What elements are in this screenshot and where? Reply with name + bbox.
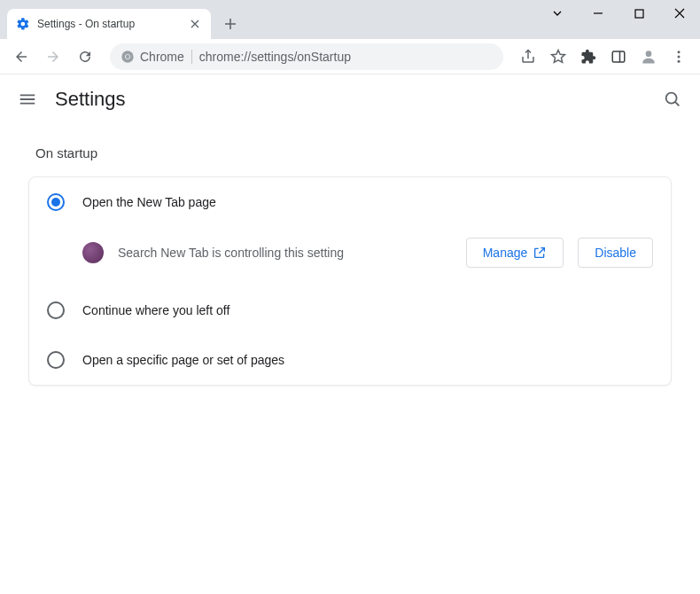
option-label: Continue where you left off <box>82 303 229 317</box>
address-separator <box>191 50 192 64</box>
address-bar[interactable]: Chrome chrome://settings/onStartup <box>110 43 503 70</box>
open-external-icon <box>533 246 547 260</box>
new-tab-button[interactable] <box>218 12 243 36</box>
extensions-icon[interactable] <box>574 43 603 71</box>
startup-options-card: Open the New Tab page Search New Tab is … <box>28 176 672 386</box>
browser-toolbar: Chrome chrome://settings/onStartup <box>0 39 700 74</box>
extension-icon <box>82 242 104 263</box>
share-icon[interactable] <box>514 43 542 71</box>
option-specific-pages[interactable]: Open a specific page or set of pages <box>29 335 671 385</box>
profile-avatar-icon[interactable] <box>634 43 663 71</box>
site-info-chip[interactable]: Chrome <box>121 50 184 64</box>
svg-point-5 <box>646 51 652 57</box>
option-new-tab[interactable]: Open the New Tab page <box>29 177 671 227</box>
settings-gear-icon <box>16 17 30 31</box>
settings-content: On startup Open the New Tab page Search … <box>0 124 700 407</box>
svg-point-3 <box>126 54 129 58</box>
back-button[interactable] <box>7 43 35 71</box>
window-controls <box>537 0 700 27</box>
svg-point-7 <box>678 55 681 58</box>
reload-button[interactable] <box>71 43 99 71</box>
browser-tab[interactable]: Settings - On startup <box>7 9 211 39</box>
radio-new-tab[interactable] <box>47 193 65 211</box>
radio-specific[interactable] <box>47 351 65 369</box>
option-continue[interactable]: Continue where you left off <box>29 285 671 335</box>
manage-button[interactable]: Manage <box>466 238 564 268</box>
radio-continue[interactable] <box>47 301 65 319</box>
address-url: chrome://settings/onStartup <box>199 50 351 64</box>
svg-rect-4 <box>612 51 625 62</box>
site-chip-label: Chrome <box>140 50 184 64</box>
close-window-button[interactable] <box>659 0 700 27</box>
maximize-button[interactable] <box>618 0 659 27</box>
hamburger-menu-icon[interactable] <box>18 90 37 109</box>
page-title: Settings <box>55 88 126 111</box>
svg-point-6 <box>678 51 681 53</box>
search-icon[interactable] <box>663 90 682 109</box>
svg-point-9 <box>666 92 677 103</box>
chrome-logo-icon <box>121 50 135 64</box>
titlebar: Settings - On startup <box>0 0 700 39</box>
chevron-down-icon[interactable] <box>537 0 578 27</box>
settings-header: Settings <box>0 74 700 124</box>
svg-point-8 <box>678 59 681 62</box>
disable-button-label: Disable <box>595 246 636 260</box>
extension-control-notice: Search New Tab is controlling this setti… <box>29 227 671 285</box>
option-label: Open the New Tab page <box>82 195 216 209</box>
option-label: Open a specific page or set of pages <box>82 353 284 367</box>
section-title: On startup <box>35 145 672 160</box>
tab-title: Settings - On startup <box>37 18 181 30</box>
side-panel-icon[interactable] <box>604 43 633 71</box>
disable-button[interactable]: Disable <box>578 238 653 268</box>
minimize-button[interactable] <box>578 0 618 27</box>
bookmark-star-icon[interactable] <box>544 43 572 71</box>
extension-notice-text: Search New Tab is controlling this setti… <box>118 246 452 260</box>
svg-rect-0 <box>635 10 643 18</box>
manage-button-label: Manage <box>483 246 528 260</box>
forward-button <box>39 43 67 71</box>
kebab-menu-icon[interactable] <box>665 43 693 71</box>
tab-close-icon[interactable] <box>188 17 202 31</box>
